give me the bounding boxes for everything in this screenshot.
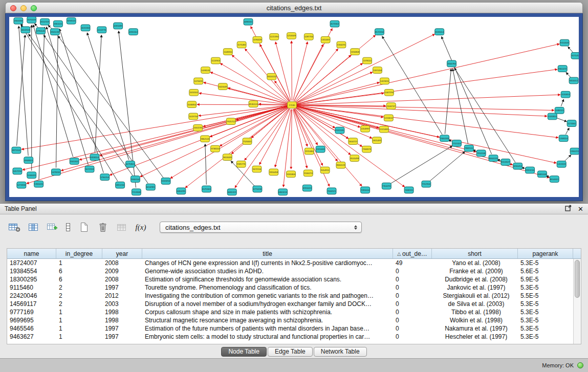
graph-node[interactable]: 1124903 (211, 57, 221, 64)
table-scrollbar[interactable] (573, 259, 581, 344)
graph-node[interactable]: 1378112 (363, 57, 372, 64)
table-row[interactable]: 2242004622012Investigating the contribut… (7, 292, 581, 300)
function-builder-icon[interactable]: f(x) (134, 220, 148, 234)
table-row[interactable]: 969969511998Structural magnetic resonanc… (7, 316, 581, 324)
graph-node[interactable]: 3653918 (21, 27, 30, 33)
graph-node[interactable]: 7925712 (226, 118, 235, 125)
graph-node[interactable]: 6575301 (202, 186, 211, 192)
graph-node[interactable]: 4153776 (97, 27, 106, 33)
graph-node[interactable]: 8260414 (513, 163, 522, 169)
graph-node[interactable]: 1915463 (316, 146, 325, 152)
graph-node[interactable]: 1815495 (373, 137, 382, 144)
column-header-in_degree[interactable]: in_degree (56, 249, 102, 258)
graph-node[interactable]: 6863224 (278, 189, 288, 195)
table-row[interactable]: 911546021997Tourette syndrome. Phenomeno… (7, 283, 581, 292)
graph-node[interactable]: 1053102 (189, 89, 199, 96)
graph-node[interactable]: 17240 (288, 102, 297, 108)
graph-node[interactable]: 2204987 (361, 125, 370, 132)
column-header-short[interactable]: short (432, 249, 518, 258)
table-edit-icon[interactable] (45, 220, 59, 234)
graph-node[interactable]: 8530124 (249, 101, 258, 107)
float-panel-icon[interactable] (565, 205, 572, 213)
graph-node[interactable]: 8183014 (435, 29, 444, 35)
graph-node[interactable]: 7757419 (452, 140, 462, 147)
graph-node[interactable]: 9150343 (560, 39, 569, 46)
table-selector[interactable]: citations_edges.txt (160, 222, 362, 233)
graph-node[interactable]: 1173361 (567, 120, 576, 127)
graph-node[interactable]: 6054981 (146, 184, 155, 190)
graph-node[interactable]: 7968373 (362, 146, 372, 152)
table-row[interactable]: 1456911722003Disruption of a novel membe… (7, 300, 581, 308)
column-header-pagerank[interactable]: pagerank (518, 249, 573, 258)
graph-node[interactable]: 3790145 (36, 28, 46, 34)
graph-node[interactable]: 6163250 (161, 178, 170, 185)
graph-node[interactable]: 1515469 (379, 126, 388, 133)
graph-node[interactable]: 8554321 (550, 176, 559, 183)
graph-node[interactable]: 9271454 (571, 53, 579, 59)
graph-node[interactable]: 1036850 (187, 101, 197, 108)
graph-node[interactable]: 7869511 (464, 145, 473, 151)
graph-node[interactable]: 7265014 (361, 187, 370, 193)
graph-node[interactable]: 8660123 (336, 162, 345, 168)
column-chooser-icon[interactable] (26, 220, 40, 234)
graph-node[interactable]: 1334291 (337, 41, 346, 48)
column-header-out_de[interactable]: △out_de… (393, 249, 432, 258)
graph-node[interactable]: 5760154 (100, 174, 110, 181)
graph-node[interactable]: 1106747 (386, 103, 396, 110)
graph-node[interactable]: 4265089 (114, 23, 123, 29)
graph-node[interactable]: 4968815 (24, 157, 33, 164)
graph-node[interactable]: 1595853 (548, 113, 557, 120)
graph-node[interactable]: 1419655 (380, 78, 389, 84)
graph-node[interactable]: 1195853 (561, 91, 570, 98)
graph-node[interactable]: 9350458 (269, 169, 278, 176)
graph-node[interactable]: 1310467 (321, 36, 330, 43)
graph-node[interactable]: 9862143 (201, 136, 210, 142)
table-row[interactable]: 977716911998Corpus callosum shape and si… (7, 308, 581, 316)
new-table-icon[interactable] (77, 220, 91, 234)
graph-node[interactable]: 9738204 (211, 145, 220, 152)
graph-node[interactable]: 1002235 (193, 125, 203, 132)
import-table-icon[interactable] (115, 220, 129, 234)
row-height-icon[interactable] (64, 220, 72, 234)
graph-node[interactable]: 5166031 (27, 172, 36, 179)
graph-node[interactable]: 7552304 (422, 181, 431, 187)
graph-node[interactable]: 5565301 (70, 158, 79, 165)
graph-node[interactable]: 1196428 (253, 36, 262, 43)
graph-node[interactable]: 6955013 (302, 185, 312, 191)
graph-node[interactable]: 4875102 (12, 147, 21, 154)
graph-node[interactable]: 1086515 (555, 107, 564, 114)
column-header-name[interactable]: name (7, 249, 56, 258)
table-row[interactable]: 1938455462009Genome-wide association stu… (7, 267, 581, 275)
graph-node[interactable]: 1268114 (559, 135, 568, 142)
graph-node[interactable]: 7952208 (476, 150, 486, 157)
graph-node[interactable]: 5851234 (116, 182, 125, 188)
graph-node[interactable]: 7660183 (440, 135, 449, 142)
graph-node[interactable]: 1175482 (237, 41, 246, 48)
graph-node[interactable]: 7153308 (132, 189, 141, 195)
network-canvas[interactable]: 1106747121661215154691815495796837381054… (9, 17, 579, 197)
graph-node[interactable]: 3070118 (27, 17, 36, 23)
graph-node[interactable]: 1254049 (287, 33, 296, 39)
graph-node[interactable]: 5478261 (51, 169, 60, 176)
graph-node[interactable]: 5273358 (17, 182, 26, 188)
graph-node[interactable]: 1287756 (304, 34, 313, 40)
graph-node[interactable]: 1076431 (194, 78, 203, 84)
graph-node[interactable]: 6358114 (90, 154, 99, 161)
graph-node[interactable]: 4390562 (129, 29, 138, 35)
delete-table-icon[interactable] (96, 220, 110, 234)
graph-node[interactable]: 1098245 (201, 67, 210, 74)
graph-node[interactable]: 8320115 (267, 73, 276, 80)
graph-node[interactable]: 8153327 (501, 159, 510, 166)
column-header-title[interactable]: title (142, 249, 393, 258)
scrollbar-thumb[interactable] (575, 260, 580, 298)
graph-node[interactable]: 9585776 (236, 161, 246, 168)
graph-node[interactable]: 1356808 (351, 49, 360, 55)
graph-node[interactable]: 8105498 (350, 155, 359, 162)
graph-node[interactable]: 9472154 (252, 166, 262, 172)
graph-node[interactable]: 1397434 (373, 67, 382, 74)
window-titlebar[interactable]: citations_edges.txt (5, 2, 583, 13)
graph-node[interactable]: 7526401 (243, 138, 252, 145)
close-panel-icon[interactable]: ✕ (578, 205, 583, 213)
table-row[interactable]: 946554611997Estimation of the future num… (7, 324, 581, 333)
table-row[interactable]: 1872400712008Changes of HCN gene express… (7, 259, 581, 267)
